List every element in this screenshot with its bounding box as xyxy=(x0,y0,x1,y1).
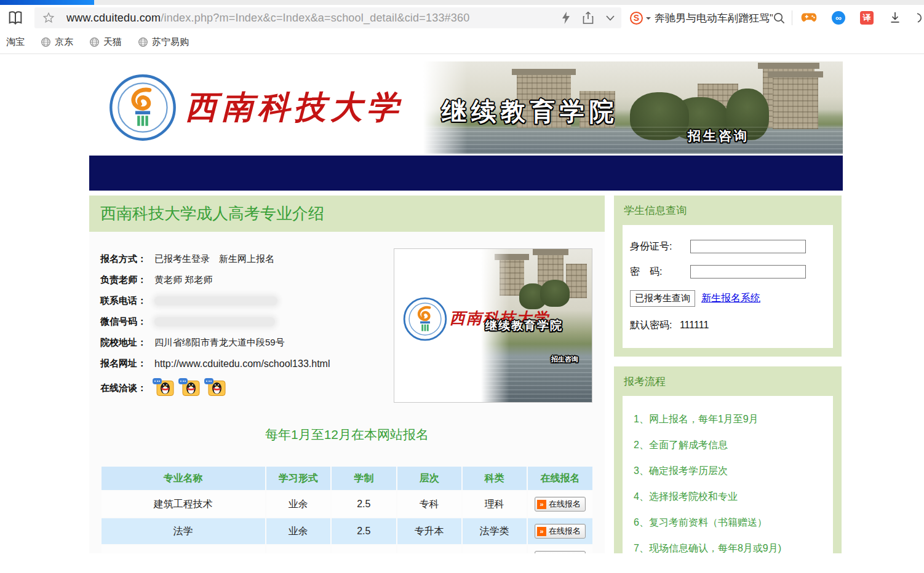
bookmark-item[interactable]: 天猫 xyxy=(89,36,122,48)
globe-icon xyxy=(41,37,51,47)
process-steps: 1、网上报名，每年1月至9月2、全面了解成考信息3、确定报考学历层次4、选择报考… xyxy=(623,396,833,557)
translate-icon[interactable]: 译 xyxy=(860,11,874,25)
field-label: 报名网址： xyxy=(100,358,154,369)
table-row: 建筑工程技术业余2.5专科理科»在线报名 xyxy=(102,491,592,517)
reading-list-icon[interactable] xyxy=(6,9,25,26)
registered-query-button[interactable]: 已报考生查询 xyxy=(630,290,695,307)
signup-process-box: 报考流程 1、网上报名，每年1月至9月2、全面了解成考信息3、确定报考学历层次4… xyxy=(614,366,842,557)
url-text: www.cduitedu.com/index.php?m=Index&c=Ind… xyxy=(66,12,556,25)
table-header-row: 专业名称学习形式学制层次科类在线报名 xyxy=(102,467,592,490)
password-label: 密 码: xyxy=(630,266,690,279)
field-label: 院校地址： xyxy=(100,337,154,349)
proxy-link-icon[interactable]: ∞ xyxy=(832,11,845,25)
quick-launch-icon[interactable] xyxy=(561,11,571,25)
page-cutoff xyxy=(0,553,924,573)
main-nav-bar[interactable] xyxy=(89,156,843,191)
toolbar-divider xyxy=(792,10,792,25)
university-name: 西南科技大学 xyxy=(185,86,403,129)
default-password-note: 默认密码: 111111 xyxy=(630,319,826,332)
column-header: 学习形式 xyxy=(266,467,330,490)
qq-chat-icon[interactable] xyxy=(154,380,174,397)
screenshot-icon[interactable] xyxy=(917,11,924,25)
process-step: 6、复习考前资料（书籍赠送） xyxy=(634,516,827,529)
college-name: 继续教育学院 xyxy=(442,95,619,128)
field-label: 联系电话： xyxy=(100,295,154,307)
process-step: 1、网上报名，每年1月至9月 xyxy=(634,413,827,426)
university-logo-icon xyxy=(403,297,447,341)
globe-icon xyxy=(89,37,100,47)
hot-search-suggestion[interactable]: 奔驰男与电动车剐蹭狂骂"你 xyxy=(655,11,773,25)
site-banner: 西南科技大学 继续教育学院 招生咨询 xyxy=(89,61,843,154)
table-row: 法学业余2.5专升本法学类»在线报名 xyxy=(102,518,592,544)
bookmark-item[interactable]: 淘宝 xyxy=(6,36,25,48)
field-label: 微信号码： xyxy=(100,316,154,328)
signup-notice: 每年1月至12月在本网站报名 xyxy=(100,426,594,443)
column-header: 专业名称 xyxy=(102,467,265,490)
globe-icon xyxy=(138,37,148,47)
bookmark-item[interactable]: 苏宁易购 xyxy=(138,36,189,48)
game-center-icon[interactable] xyxy=(801,12,817,24)
address-bar[interactable]: www.cduitedu.com/index.php?m=Index&c=Ind… xyxy=(34,7,621,28)
school-banner-thumbnail: 西南科技大学 继续教育学院 招生咨询 xyxy=(394,248,592,403)
column-header: 科类 xyxy=(463,467,527,490)
qq-chat-icon[interactable] xyxy=(206,380,226,397)
search-icon[interactable] xyxy=(773,12,786,25)
page-load-progress xyxy=(0,0,924,5)
search-engine-caret-icon[interactable] xyxy=(646,17,651,22)
column-header: 层次 xyxy=(397,467,461,490)
bookmarks-bar: 淘宝京东天猫苏宁易购 xyxy=(0,31,924,54)
id-number-input[interactable] xyxy=(690,240,806,253)
enroll-online-button[interactable]: »在线报名 xyxy=(535,497,586,512)
student-query-box: 学生信息查询 身份证号: 密 码: 已报考生查询 新生报名系统 xyxy=(614,196,842,357)
field-label: 报名方式： xyxy=(100,253,154,265)
field-label: 负责老师： xyxy=(100,274,154,286)
id-number-label: 身份证号: xyxy=(630,240,690,253)
banner-left: 西南科技大学 xyxy=(89,61,418,154)
teachers-value: 黄老师 郑老师 xyxy=(154,274,212,286)
process-step: 3、确定报考学历层次 xyxy=(634,465,827,478)
new-student-signup-link[interactable]: 新生报名系统 xyxy=(701,292,760,305)
redacted-phone xyxy=(154,296,277,306)
share-icon[interactable] xyxy=(582,11,594,25)
enroll-online-button[interactable]: »在线报名 xyxy=(535,524,586,539)
page-title: 西南科技大学成人高考专业介绍 xyxy=(89,196,605,232)
college-name: 继续教育学院 xyxy=(485,318,563,334)
browser-search-box[interactable]: S 奔驰男与电动车剐蹭狂骂"你 xyxy=(630,11,786,25)
browser-toolbar: www.cduitedu.com/index.php?m=Index&c=Ind… xyxy=(0,5,924,31)
redacted-wechat xyxy=(154,317,275,326)
process-box-title: 报考流程 xyxy=(624,374,833,389)
webpage-viewport: 西南科技大学 继续教育学院 招生咨询 西南科技大学成人高考 xyxy=(0,55,924,573)
bookmark-item[interactable]: 京东 xyxy=(41,36,73,48)
process-step: 2、全面了解成考信息 xyxy=(634,439,827,452)
sogou-logo-icon[interactable]: S xyxy=(630,12,643,25)
signup-links[interactable]: 已报考生登录 新生网上报名 xyxy=(154,253,274,265)
download-icon[interactable] xyxy=(888,11,902,25)
column-header: 学制 xyxy=(332,467,396,490)
password-input[interactable] xyxy=(690,265,806,279)
consult-label: 招生咨询 xyxy=(688,127,749,144)
query-box-title: 学生信息查询 xyxy=(624,204,833,218)
qq-chat-list xyxy=(154,380,226,397)
university-logo-icon xyxy=(109,74,177,141)
field-label: 在线洽谈： xyxy=(100,382,154,394)
consult-label: 招生咨询 xyxy=(551,355,578,364)
campus-photo: 继续教育学院 招生咨询 xyxy=(418,61,843,154)
school-detail-panel: 报名方式： 已报考生登录 新生网上报名 负责老师： 黄老师 郑老师 联系电话： xyxy=(89,232,605,573)
address-value: 四川省绵阳市青龙大道中段59号 xyxy=(154,337,285,349)
chevron-down-icon[interactable] xyxy=(605,14,615,22)
progress-fill xyxy=(0,0,94,5)
process-step: 4、选择报考院校和专业 xyxy=(634,491,827,504)
qq-chat-icon[interactable] xyxy=(180,380,200,397)
column-header: 在线报名 xyxy=(528,467,592,490)
signup-url-value: http://www.cduitedu.com/school133.html xyxy=(154,358,330,369)
favorite-star-icon[interactable] xyxy=(42,11,55,25)
